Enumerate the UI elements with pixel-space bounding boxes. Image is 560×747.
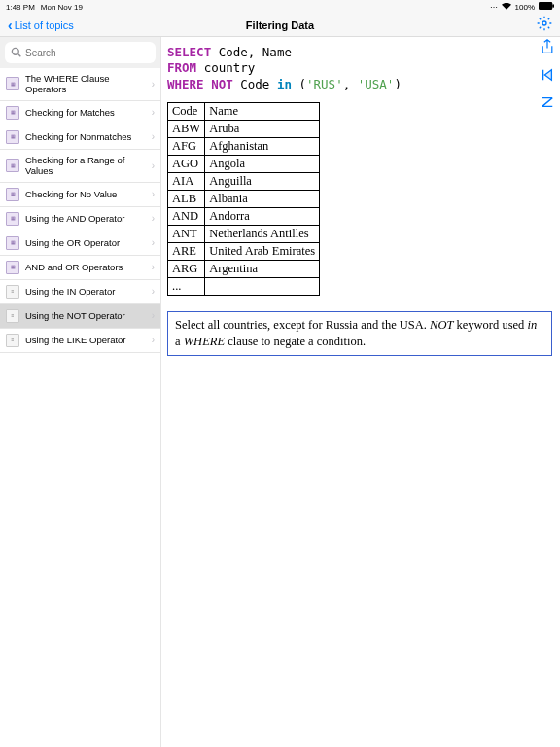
skip-back-button[interactable] — [541, 68, 554, 82]
settings-button[interactable] — [537, 16, 552, 34]
sql-text: Code — [233, 77, 277, 91]
content-area: SELECT Code, Name FROM country WHERE NOT… — [161, 37, 560, 747]
table-row: ANDAndorra — [168, 207, 320, 225]
explain-italic: WHERE — [184, 335, 225, 348]
svg-line-4 — [18, 53, 21, 56]
table-cell: AIA — [168, 172, 205, 190]
sidebar-item[interactable]: ≡Using the LIKE Operator› — [0, 329, 160, 353]
sidebar-item[interactable]: ▦AND and OR Operators› — [0, 256, 160, 280]
sql-kw-where: WHERE — [167, 77, 204, 91]
signal-icon: ⋯ — [490, 3, 498, 12]
status-time: 1:48 PM — [6, 3, 35, 12]
gear-icon — [537, 18, 552, 34]
sql-kw-in: in — [277, 77, 292, 91]
table-header-cell: Code — [168, 102, 205, 120]
table-header-cell: Name — [205, 102, 320, 120]
search-input[interactable] — [25, 48, 150, 58]
chevron-right-icon: › — [152, 79, 155, 89]
sort-button[interactable] — [541, 95, 554, 109]
table-row: AGOAngola — [168, 155, 320, 172]
sql-icon: ▦ — [6, 261, 19, 274]
table-row: AIAAnguilla — [168, 172, 320, 190]
sql-icon: ▦ — [6, 212, 19, 226]
chevron-right-icon: › — [152, 310, 155, 321]
table-row: AREUnited Arab Emirates — [168, 242, 320, 260]
sidebar-item-label: Checking for No Value — [25, 189, 146, 199]
sidebar-item[interactable]: ▦Using the AND Operator› — [0, 207, 160, 231]
sidebar-item[interactable]: ▦Checking for Matches› — [0, 101, 160, 125]
sql-paren: ( — [292, 77, 306, 91]
nav-bar: ‹ List of topics Filtering Data — [0, 14, 560, 37]
sidebar-item-label: Using the NOT Operator — [25, 310, 146, 321]
svg-point-2 — [542, 21, 546, 25]
table-header-row: CodeName — [168, 102, 320, 120]
sidebar-item-label: The WHERE Clause Operators — [25, 73, 146, 95]
sql-query: SELECT Code, Name FROM country WHERE NOT… — [167, 45, 552, 92]
sql-string: 'RUS' — [306, 77, 343, 91]
sidebar-item-label: Checking for Nonmatches — [25, 131, 146, 142]
sql-kw-from: FROM — [167, 60, 196, 75]
table-cell: ANT — [168, 225, 205, 242]
chevron-right-icon: › — [152, 262, 155, 272]
table-cell: Argentina — [205, 260, 320, 277]
table-cell: ARG — [168, 260, 205, 277]
search-box[interactable] — [5, 42, 156, 63]
sidebar-item[interactable]: ▦Using the OR Operator› — [0, 231, 160, 256]
table-cell: Angola — [205, 155, 320, 172]
chevron-right-icon: › — [152, 107, 155, 118]
table-row: ALBAlbania — [168, 190, 320, 207]
sql-text: Code, Name — [211, 45, 292, 59]
table-cell: Andorra — [205, 207, 320, 225]
table-cell: United Arab Emirates — [205, 242, 320, 260]
sidebar-item-label: Checking for Matches — [25, 107, 146, 118]
chevron-right-icon: › — [152, 237, 155, 248]
share-button[interactable] — [541, 39, 554, 54]
table-row: ... — [168, 277, 320, 295]
battery-icon — [539, 2, 554, 12]
back-label: List of topics — [15, 19, 74, 31]
explain-text: Select all countries, except for Russia … — [175, 318, 430, 332]
table-cell: ALB — [168, 190, 205, 207]
chevron-right-icon: › — [152, 189, 155, 199]
explain-text: a — [175, 335, 184, 348]
chevron-right-icon: › — [152, 213, 155, 224]
sidebar-item[interactable]: ≡Using the NOT Operator› — [0, 304, 160, 329]
table-cell: Aruba — [205, 120, 320, 137]
table-cell: ABW — [168, 120, 205, 137]
table-row: ARGArgentina — [168, 260, 320, 277]
explanation-box: Select all countries, except for Russia … — [167, 311, 552, 356]
status-date: Mon Nov 19 — [41, 3, 83, 12]
page-title: Filtering Data — [246, 19, 314, 31]
sidebar-item-label: Using the OR Operator — [25, 237, 146, 248]
wifi-icon — [502, 2, 511, 12]
sidebar-item[interactable]: ▦Checking for Nonmatches› — [0, 125, 160, 150]
sql-icon: ▦ — [6, 236, 19, 250]
chevron-right-icon: › — [152, 131, 155, 142]
table-cell: Afghanistan — [205, 137, 320, 155]
back-button[interactable]: ‹ List of topics — [8, 18, 74, 32]
explain-italic: NOT — [430, 318, 453, 332]
sql-icon: ▦ — [6, 159, 19, 172]
table-cell: AND — [168, 207, 205, 225]
table-cell — [205, 277, 320, 295]
sidebar-item[interactable]: ▦The WHERE Clause Operators› — [0, 68, 160, 101]
table-row: ABWAruba — [168, 120, 320, 137]
sidebar-item[interactable]: ≡Using the IN Operator› — [0, 280, 160, 304]
table-row: ANTNetherlands Antilles — [168, 225, 320, 242]
table-cell: Albania — [205, 190, 320, 207]
sql-icon: ▦ — [6, 106, 19, 120]
table-cell: AFG — [168, 137, 205, 155]
table-cell: ... — [168, 277, 205, 295]
sql-text: country — [196, 60, 255, 75]
document-icon: ≡ — [6, 309, 19, 323]
sql-kw-select: SELECT — [167, 45, 211, 59]
table-cell: ARE — [168, 242, 205, 260]
sidebar-item[interactable]: ▦Checking for a Range of Values› — [0, 150, 160, 183]
sidebar-item-label: Using the AND Operator — [25, 213, 146, 224]
chevron-left-icon: ‹ — [8, 18, 13, 32]
sql-string: 'USA' — [358, 77, 395, 91]
sql-icon: ▦ — [6, 77, 19, 90]
chevron-right-icon: › — [152, 160, 155, 171]
sidebar-item[interactable]: ▦Checking for No Value› — [0, 183, 160, 207]
sql-icon: ▦ — [6, 188, 19, 201]
